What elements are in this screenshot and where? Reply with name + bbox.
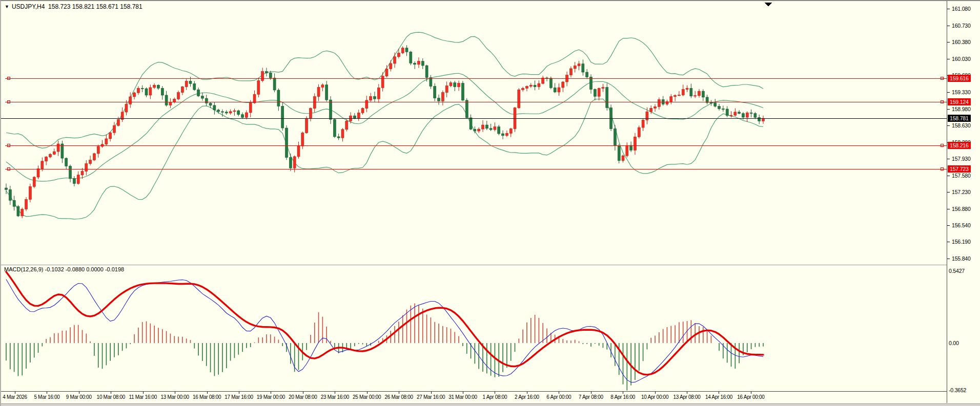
candle-body [582,64,584,72]
candle-body [89,160,92,164]
candle-body [333,119,336,137]
quote-close: 158.781 [120,3,142,10]
candle-body [474,129,476,131]
candle-body [93,154,95,160]
candle-body [481,125,484,129]
candle-body [726,109,728,116]
chart-window: ▼USDJPY,H4 158.723 158.821 158.671 158.7… [0,0,980,406]
candle-body [361,109,364,113]
time-axis[interactable]: 4 Mar 20265 Mar 16:009 Mar 00:0010 Mar 0… [1,392,980,403]
candle-body [682,90,684,95]
candle-body [397,53,400,57]
candle-body [634,137,636,150]
candle-body [249,103,252,113]
time-axis-tick [239,392,239,394]
bollinger-middle-band [6,73,763,181]
candle-body [341,130,344,138]
candle-body [289,158,292,168]
time-axis-label: 13 Apr 08:00 [673,394,700,400]
candle-body [177,93,180,99]
candle-body [485,125,488,129]
candle-body [469,118,472,129]
level-price-tag: 159.616 [948,75,971,82]
price-axis-label: 156.190 [952,239,971,245]
candle-body [321,85,324,88]
price-axis-tick [947,109,950,110]
candle-body [465,100,468,118]
candle-body [297,146,300,157]
macd-axis-label: 0.5427 [949,268,965,274]
candle-body [145,89,148,95]
level-price-tag: 159.124 [948,98,971,105]
candle-body [706,97,708,103]
candle-body [101,144,104,146]
candle-body [690,88,692,96]
candle-body [394,57,396,63]
price-axis-label: 158.630 [952,122,971,129]
time-axis-tick [111,392,111,394]
price-axis-tick [947,225,950,226]
candle-body [434,87,436,98]
candle-body [586,72,588,77]
candle-body [65,158,68,166]
candle-body [281,106,284,128]
candle-body [97,146,99,154]
macd-panel [6,272,763,391]
candle-body [109,133,112,139]
price-axis-label: 157.580 [952,173,971,179]
candle-body [494,127,496,130]
candle-body [522,88,524,90]
candle-body [578,64,580,66]
candle-body [614,129,616,146]
price-axis-tick [947,9,950,9]
candle-body [554,88,556,92]
candle-body [734,112,737,115]
candle-body [678,95,680,96]
chart-plot-area[interactable]: ▼USDJPY,H4 158.723 158.821 158.671 158.7… [1,1,947,403]
symbol-header: ▼USDJPY,H4 158.723 158.821 158.671 158.7… [5,3,142,10]
time-axis-label: 19 Mar 00:00 [257,394,285,400]
candle-body [317,87,320,96]
time-axis-tick [495,392,495,394]
price-axis-label: 158.980 [952,106,971,112]
symbol-period-label: USDJPY,H4 [12,3,45,10]
time-axis-label: 13 Mar 00:00 [160,394,189,400]
candle-body [425,66,428,78]
candle-body [654,106,657,108]
candle-body [750,113,752,113]
price-axis-tick [947,159,950,159]
time-axis-tick [335,392,335,394]
time-axis-label: 17 Mar 16:00 [224,394,253,400]
candle-body [5,188,8,189]
quote-open: 158.723 [48,3,70,10]
macd-indicator-label: MACD(12,26,9) -0.1032 -0.0880 0.0000 -0.… [4,266,124,272]
candle-body [441,93,444,101]
candle-body [718,106,721,109]
candle-body [694,96,697,96]
candle-body [193,83,196,90]
candle-body [365,100,368,109]
time-axis-label: 10 Mar 08:00 [97,394,125,400]
symbol-dropdown-icon[interactable]: ▼ [5,4,9,9]
candle-body [53,152,55,154]
candle-body [217,110,220,112]
candle-body [381,76,384,88]
candle-body [630,145,632,150]
chart-shift-marker[interactable] [765,3,772,7]
chart-canvas[interactable] [1,1,947,403]
time-axis-tick [559,392,559,394]
candle-body [273,78,276,90]
time-axis-label: 9 Mar 00:00 [66,394,92,400]
candle-body [337,137,340,138]
time-axis-label: 23 Mar 16:00 [321,394,349,400]
candle-body [165,95,168,105]
candle-body [562,82,564,88]
candle-body [113,125,116,133]
quote-high: 158.821 [72,3,94,10]
candle-body [201,96,203,98]
candle-body [225,112,228,113]
price-axis-label: 160.380 [952,39,971,45]
candle-body [518,90,520,108]
price-axis-label: 160.730 [952,23,971,29]
candle-body [746,113,748,117]
